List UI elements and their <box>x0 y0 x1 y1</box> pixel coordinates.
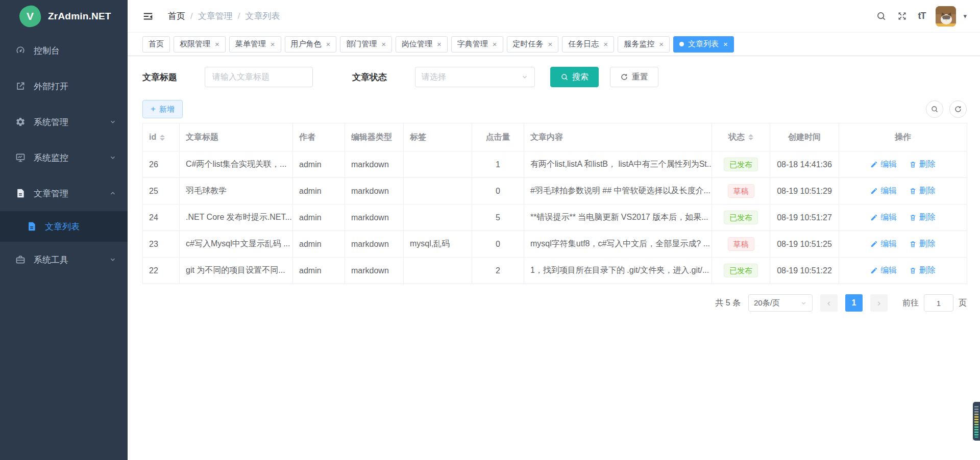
add-button[interactable]: + 新增 <box>142 100 183 118</box>
refresh-table-button[interactable] <box>949 100 967 118</box>
status-badge: 已发布 <box>724 211 758 224</box>
cell-title: 羽毛球教学 <box>180 178 293 205</box>
close-icon[interactable]: × <box>271 40 275 48</box>
article-title-input[interactable] <box>205 67 313 87</box>
close-icon[interactable]: × <box>548 40 553 48</box>
avatar[interactable] <box>936 6 956 27</box>
delete-button[interactable]: 删除 <box>909 265 936 276</box>
column-header-id[interactable]: id <box>143 123 180 151</box>
browser-extension-widget[interactable] <box>973 402 980 441</box>
search-button[interactable]: 搜索 <box>550 67 599 87</box>
tab-home[interactable]: 首页 <box>142 36 170 53</box>
sidebar-item-external[interactable]: 外部打开 <box>0 68 128 104</box>
tab-label: 字典管理 <box>457 39 488 49</box>
close-icon[interactable]: × <box>723 40 728 48</box>
chevron-down-icon <box>800 300 807 306</box>
close-icon[interactable]: × <box>215 40 219 48</box>
close-icon[interactable]: × <box>493 40 497 48</box>
sidebar-fold-icon[interactable] <box>142 11 154 22</box>
sidebar-item-system-monitor[interactable]: 系统监控 <box>0 140 128 175</box>
cell-id: 22 <box>143 258 180 284</box>
edit-button[interactable]: 编辑 <box>870 265 897 276</box>
pencil-icon <box>870 240 878 248</box>
column-header-status[interactable]: 状态 <box>712 123 770 151</box>
sidebar-item-article-admin[interactable]: 文章管理 <box>0 175 128 211</box>
tab-dept[interactable]: 部门管理× <box>340 36 392 53</box>
cell-ops: 编辑 删除 <box>839 231 967 258</box>
close-icon[interactable]: × <box>326 40 331 48</box>
cell-clicks: 2 <box>472 258 524 284</box>
delete-button[interactable]: 删除 <box>909 239 936 249</box>
sort-caret-icon[interactable] <box>160 135 165 141</box>
cell-ops: 编辑 删除 <box>839 205 967 231</box>
status-badge: 已发布 <box>724 158 758 171</box>
search-icon <box>560 73 569 81</box>
font-size-icon[interactable]: tT <box>918 11 925 21</box>
article-status-select[interactable]: 请选择 <box>415 67 535 87</box>
tab-article-list[interactable]: 文章列表× <box>673 36 734 53</box>
cell-ops: 编辑 删除 <box>839 258 967 284</box>
search-icon[interactable] <box>876 11 887 21</box>
tab-task-log[interactable]: 任务日志× <box>562 36 614 53</box>
fullscreen-icon[interactable] <box>897 11 908 21</box>
close-icon[interactable]: × <box>659 40 664 48</box>
caret-down-icon[interactable]: ▾ <box>963 12 967 20</box>
trash-icon <box>909 240 917 248</box>
sidebar-item-dashboard[interactable]: 控制台 <box>0 33 128 68</box>
cell-status: 已发布 <box>712 151 770 178</box>
cell-status: 草稿 <box>712 178 770 205</box>
tab-service-monitor[interactable]: 服务监控× <box>618 36 670 53</box>
toolbox-icon <box>15 254 26 265</box>
close-icon[interactable]: × <box>437 40 442 48</box>
cell-clicks: 1 <box>472 151 524 178</box>
delete-button[interactable]: 删除 <box>909 212 936 223</box>
reset-button[interactable]: 重置 <box>610 67 658 87</box>
next-page-button[interactable]: › <box>870 294 888 312</box>
goto-page-input[interactable] <box>924 294 953 312</box>
cell-editor: markdown <box>345 178 404 205</box>
sidebar-item-system-admin[interactable]: 系统管理 <box>0 104 128 140</box>
tab-permission[interactable]: 权限管理× <box>174 36 226 53</box>
sidebar-menu: 控制台 外部打开 系统管理 系统监控 文章管理 <box>0 33 128 277</box>
page-number-button[interactable]: 1 <box>845 294 863 312</box>
table-toolbar: + 新增 <box>142 100 967 118</box>
edit-button[interactable]: 编辑 <box>870 239 897 249</box>
cell-author: admin <box>293 258 345 284</box>
page-size-value: 20条/页 <box>754 298 780 308</box>
tags-view-bar: 首页 权限管理× 菜单管理× 用户角色× 部门管理× 岗位管理× 字典管理× 定… <box>128 33 980 56</box>
tab-menu[interactable]: 菜单管理× <box>229 36 281 53</box>
show-search-toggle-button[interactable] <box>926 100 943 118</box>
sidebar-item-article-list[interactable]: 文章列表 <box>0 211 128 242</box>
app-logo[interactable]: V ZrAdmin.NET <box>0 0 128 33</box>
cell-clicks: 0 <box>472 231 524 258</box>
close-icon[interactable]: × <box>603 40 608 48</box>
trash-icon <box>909 187 917 195</box>
tab-cron-task[interactable]: 定时任务× <box>507 36 559 53</box>
chevron-down-icon <box>109 118 116 125</box>
delete-button[interactable]: 删除 <box>909 159 936 170</box>
gear-icon <box>15 117 26 127</box>
page-suffix-label: 页 <box>959 298 967 309</box>
cell-editor: markdown <box>345 151 404 178</box>
breadcrumb-home[interactable]: 首页 <box>168 10 185 22</box>
column-header-editor: 编辑器类型 <box>345 123 404 151</box>
sidebar-item-label: 系统管理 <box>34 116 68 128</box>
edit-button[interactable]: 编辑 <box>870 212 897 223</box>
cell-author: admin <box>293 231 345 258</box>
tab-user-role[interactable]: 用户角色× <box>285 36 337 53</box>
breadcrumb-article-admin[interactable]: 文章管理 <box>198 10 233 22</box>
prev-page-button[interactable]: ‹ <box>820 294 838 312</box>
close-icon[interactable]: × <box>381 40 386 48</box>
edit-button[interactable]: 编辑 <box>870 159 897 170</box>
page-size-select[interactable]: 20条/页 <box>748 294 813 312</box>
cell-created: 08-19 10:51:27 <box>770 205 839 231</box>
table-row: 23 c#写入Mysql中文显示乱码 ... admin markdown my… <box>143 231 967 258</box>
tab-post[interactable]: 岗位管理× <box>396 36 448 53</box>
sort-caret-icon[interactable] <box>748 134 753 140</box>
trash-icon <box>909 214 917 221</box>
edit-button[interactable]: 编辑 <box>870 186 897 196</box>
delete-button[interactable]: 删除 <box>909 186 936 196</box>
tab-dict[interactable]: 字典管理× <box>451 36 503 53</box>
monitor-icon <box>15 152 26 163</box>
sidebar-item-system-tools[interactable]: 系统工具 <box>0 242 128 277</box>
